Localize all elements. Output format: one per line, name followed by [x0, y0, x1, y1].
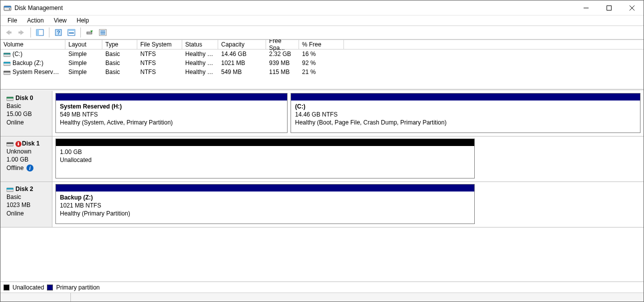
- toolbar-separator: [30, 28, 31, 38]
- svg-rect-12: [69, 32, 74, 34]
- disk-kind: Basic: [6, 193, 49, 201]
- volume-row[interactable]: System Reserved (...SimpleBasicNTFSHealt…: [0, 68, 644, 76]
- disk-row: ⬇Disk 1Unknown1.00 GBOffline i1.00 GBUna…: [0, 136, 644, 182]
- back-button[interactable]: [2, 27, 14, 38]
- svg-rect-18: [3, 62, 10, 64]
- help-button[interactable]: ?: [52, 27, 64, 38]
- disk-partitions: 1.00 GBUnallocated: [52, 136, 478, 182]
- partition-stripe: [291, 94, 640, 100]
- col-percent-free[interactable]: % Free: [299, 40, 344, 49]
- info-icon[interactable]: i: [26, 164, 33, 172]
- col-capacity[interactable]: Capacity: [218, 40, 266, 49]
- drive-icon: [6, 96, 13, 102]
- maximize-button[interactable]: [598, 0, 621, 15]
- partition-title: System Reserved (H:): [60, 102, 283, 110]
- col-type[interactable]: Type: [102, 40, 137, 49]
- legend-label-primary: Primary partition: [56, 284, 99, 291]
- legend: Unallocated Primary partition: [0, 282, 644, 292]
- partition-size: 14.46 GB NTFS: [295, 110, 636, 118]
- disk-size: 1023 MB: [6, 201, 49, 209]
- col-layout[interactable]: Layout: [65, 40, 102, 49]
- disk-size: 1.00 GB: [6, 156, 49, 164]
- partition-status: Healthy (Boot, Page File, Crash Dump, Pr…: [295, 118, 636, 126]
- volume-type: Basic: [102, 50, 137, 58]
- disk-state: Online: [6, 119, 24, 126]
- col-volume[interactable]: Volume: [0, 40, 65, 49]
- volume-fs: NTFS: [137, 60, 182, 66]
- menu-view[interactable]: View: [50, 16, 71, 25]
- settings-button[interactable]: [65, 27, 77, 38]
- toolbar-separator: [80, 28, 81, 38]
- disk-kind: Basic: [6, 102, 49, 110]
- col-file-system[interactable]: File System: [137, 40, 182, 49]
- svg-rect-4: [9, 32, 11, 34]
- window-title: Disk Management: [14, 4, 575, 12]
- volume-free: 115 MB: [266, 68, 299, 76]
- svg-rect-20: [3, 71, 10, 72]
- svg-rect-24: [6, 142, 13, 144]
- disk-label[interactable]: ⬇Disk 1Unknown1.00 GBOffline i: [0, 136, 52, 182]
- menu-action[interactable]: Action: [23, 16, 47, 25]
- volume-free: 2.32 GB: [266, 50, 299, 58]
- volume-capacity: 549 MB: [218, 68, 266, 76]
- volume-row[interactable]: (C:)SimpleBasicNTFSHealthy (B...14.46 GB…: [0, 50, 644, 58]
- disk-label[interactable]: Disk 2Basic1023 MBOnline: [0, 182, 52, 227]
- col-free-space[interactable]: Free Spa...: [266, 40, 299, 49]
- show-hide-console-tree-button[interactable]: [34, 27, 46, 38]
- partition[interactable]: 1.00 GBUnallocated: [55, 138, 475, 178]
- disk-row: Disk 2Basic1023 MBOnline Backup (Z:)1021…: [0, 182, 644, 228]
- volume-type: Basic: [102, 68, 137, 76]
- refresh-button[interactable]: [84, 27, 96, 38]
- menu-help[interactable]: Help: [73, 16, 93, 25]
- toolbar-separator: [49, 28, 49, 38]
- volume-list-header: Volume Layout Type File System Status Ca…: [0, 40, 644, 50]
- volume-capacity: 14.46 GB: [218, 50, 266, 58]
- volume-fs: NTFS: [137, 68, 182, 76]
- partition[interactable]: (C:)14.46 GB NTFSHealthy (Boot, Page Fil…: [291, 93, 641, 133]
- disk-name: Disk 1: [22, 140, 39, 147]
- minimize-button[interactable]: [575, 0, 598, 15]
- title-bar: Disk Management: [0, 0, 644, 16]
- menu-file[interactable]: File: [3, 16, 21, 25]
- partition-title: (C:): [295, 102, 636, 110]
- volume-pct-free: 21 %: [299, 68, 344, 76]
- volume-fs: NTFS: [137, 50, 182, 58]
- svg-rect-22: [6, 97, 13, 98]
- volume-pct-free: 16 %: [299, 50, 344, 58]
- partition-status: Healthy (System, Active, Primary Partiti…: [60, 118, 283, 126]
- legend-swatch-unallocated: [3, 284, 9, 290]
- svg-rect-11: [68, 30, 75, 31]
- disk-label[interactable]: Disk 0Basic15.00 GBOnline: [0, 91, 52, 136]
- disk-name: Disk 0: [15, 94, 33, 102]
- col-filler: [344, 40, 644, 49]
- volume-type: Basic: [102, 60, 137, 66]
- disk-kind: Unknown: [6, 148, 49, 156]
- svg-rect-16: [3, 53, 10, 54]
- drive-icon: [3, 52, 10, 58]
- volume-layout: Simple: [65, 60, 102, 66]
- partition-size: 549 MB NTFS: [60, 110, 283, 118]
- volume-layout: Simple: [65, 68, 102, 76]
- forward-button[interactable]: [15, 27, 27, 38]
- volume-pct-free: 92 %: [299, 60, 344, 66]
- svg-rect-26: [6, 188, 13, 190]
- svg-rect-5: [18, 32, 21, 34]
- partition[interactable]: Backup (Z:)1021 MB NTFSHealthy (Primary …: [55, 184, 475, 224]
- volume-status: Healthy (B...: [182, 50, 218, 58]
- col-status[interactable]: Status: [182, 40, 218, 49]
- volume-row[interactable]: Backup (Z:)SimpleBasicNTFSHealthy (P...1…: [0, 58, 644, 68]
- disk-partitions: System Reserved (H:)549 MB NTFSHealthy (…: [52, 91, 644, 136]
- legend-label-unallocated: Unallocated: [12, 284, 44, 291]
- partition[interactable]: System Reserved (H:)549 MB NTFSHealthy (…: [55, 93, 288, 133]
- disk-name: Disk 2: [15, 186, 33, 192]
- list-button[interactable]: [97, 27, 109, 38]
- legend-swatch-primary: [47, 284, 53, 290]
- window-controls: [575, 0, 644, 15]
- disk-row: Disk 0Basic15.00 GBOnline System Reserve…: [0, 91, 644, 136]
- disk-state: Online: [6, 210, 24, 217]
- volume-capacity: 1021 MB: [218, 60, 266, 66]
- volume-layout: Simple: [65, 50, 102, 58]
- drive-icon: [6, 186, 13, 192]
- svg-point-2: [9, 8, 10, 9]
- close-button[interactable]: [621, 0, 644, 15]
